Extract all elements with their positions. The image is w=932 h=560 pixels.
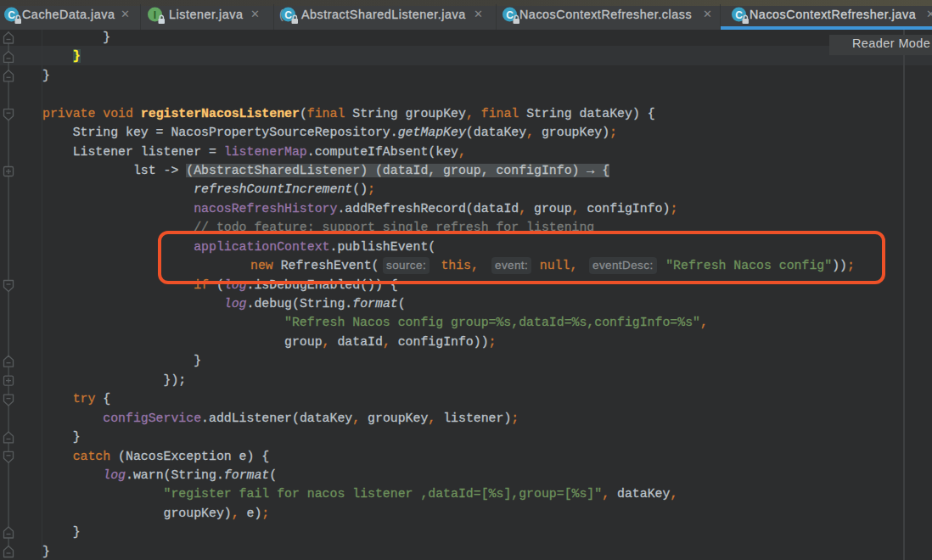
svg-text:C: C xyxy=(506,9,514,21)
svg-text:I: I xyxy=(154,9,156,21)
svg-text:C: C xyxy=(735,9,743,21)
svg-text:C: C xyxy=(284,9,292,21)
